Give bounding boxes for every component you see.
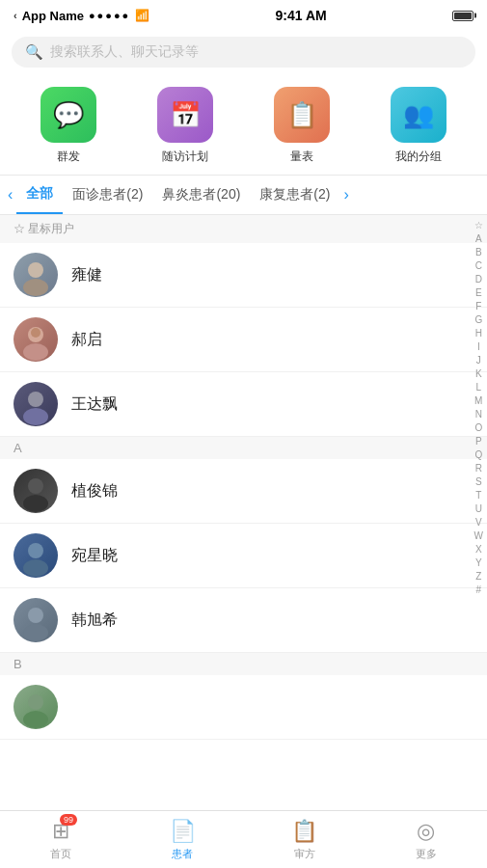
contact-wanxingxiao[interactable]: 宛星晓 — [0, 524, 487, 588]
alpha-letter[interactable]: E — [475, 286, 482, 300]
battery-icon — [452, 11, 473, 21]
more-tab-label: 更多 — [416, 847, 437, 861]
back-chevron: ‹ — [14, 10, 17, 21]
alpha-letter[interactable]: K — [475, 367, 482, 381]
more-tab-icon: ◎ — [417, 819, 435, 844]
contact-name-haoqi: 郝启 — [71, 330, 102, 350]
alpha-letter[interactable]: L — [475, 381, 481, 394]
alpha-letter[interactable]: W — [474, 529, 483, 543]
alpha-letter[interactable]: O — [474, 421, 482, 435]
svg-point-14 — [23, 711, 48, 728]
search-placeholder: 搜索联系人、聊天记录等 — [50, 43, 199, 61]
tab-bar-more[interactable]: ◎ 更多 — [365, 819, 487, 861]
signal-dots: ●●●●● — [89, 10, 130, 21]
avatar-zhijunjin — [14, 469, 58, 513]
mass-send-label: 群发 — [57, 149, 80, 165]
wifi-icon: 📶 — [135, 9, 149, 22]
starred-label: ☆ 星标用户 — [14, 221, 74, 237]
scale-icon: 📋 — [274, 87, 330, 143]
my-group-label: 我的分组 — [395, 149, 442, 165]
status-bar: ‹ App Name ●●●●● 📶 9:41 AM — [0, 0, 487, 29]
alpha-letter[interactable]: R — [475, 462, 482, 475]
action-followup[interactable]: 📅 随访计划 — [157, 87, 213, 165]
alpha-letter[interactable]: N — [475, 408, 482, 421]
alpha-letter[interactable]: S — [475, 475, 482, 489]
svg-point-1 — [23, 279, 48, 296]
alpha-letter[interactable]: H — [475, 327, 482, 340]
alpha-letter[interactable]: Y — [475, 556, 482, 570]
contact-name-hanxuxi: 韩旭希 — [71, 610, 118, 631]
alpha-letter[interactable]: I — [477, 340, 480, 354]
svg-point-7 — [28, 478, 43, 494]
avatar-wanxingxiao — [14, 533, 58, 578]
alpha-letter[interactable]: Q — [474, 448, 482, 462]
audit-tab-icon: 📋 — [291, 819, 317, 844]
scale-label: 量表 — [290, 149, 313, 165]
tab-left-chevron[interactable]: ‹ — [4, 186, 16, 203]
alpha-letter[interactable]: B — [475, 246, 482, 259]
alpha-letter[interactable]: P — [475, 435, 482, 448]
alpha-letter[interactable]: X — [475, 543, 482, 556]
contact-haoqi[interactable]: 郝启 — [0, 308, 487, 372]
contact-name-wangdapiao: 王达飘 — [71, 394, 118, 415]
svg-point-3 — [23, 343, 48, 361]
svg-point-12 — [23, 624, 48, 641]
contact-hanxuxi[interactable]: 韩旭希 — [0, 588, 487, 653]
tab-bar-home[interactable]: ⊞ 99 首页 — [0, 819, 122, 861]
patients-tab-label: 患者 — [172, 847, 193, 861]
tab-rhinitis-patients[interactable]: 鼻炎患者(20) — [152, 176, 250, 213]
contact-zhijunjin[interactable]: 植俊锦 — [0, 459, 487, 524]
avatar-haoqi — [14, 317, 58, 362]
tab-bar-audit[interactable]: 📋 审方 — [244, 819, 365, 861]
audit-tab-label: 审方 — [294, 847, 315, 861]
contact-list: ☆ 星标用户 雍健 郝启 — [0, 215, 487, 740]
alpha-letter[interactable]: U — [475, 502, 482, 516]
tab-face-patients[interactable]: 面诊患者(2) — [63, 176, 152, 213]
alpha-letter[interactable]: G — [474, 313, 482, 327]
alpha-letter[interactable]: V — [475, 516, 482, 529]
svg-point-11 — [28, 608, 43, 623]
alpha-letter[interactable]: T — [475, 489, 481, 502]
action-mass-send[interactable]: 💬 群发 — [41, 87, 96, 165]
svg-point-6 — [23, 408, 48, 425]
action-scale[interactable]: 📋 量表 — [274, 87, 330, 165]
alphabet-index[interactable]: ☆ABCDEFGHIJKLMNOPQRSTUVWXYZ# — [473, 215, 485, 601]
home-tab-label: 首页 — [50, 847, 71, 861]
search-icon: 🔍 — [25, 43, 43, 61]
svg-point-0 — [28, 262, 43, 278]
avatar-hanxuxi — [14, 598, 58, 642]
section-a-divider: A — [0, 437, 487, 459]
tab-bar-patients[interactable]: 📄 患者 — [122, 819, 243, 861]
starred-section-header: ☆ 星标用户 — [0, 215, 487, 243]
alpha-letter[interactable]: # — [475, 583, 481, 597]
alpha-letter[interactable]: Z — [475, 570, 481, 583]
home-badge: 99 — [60, 814, 77, 826]
home-tab-icon: ⊞ 99 — [52, 819, 69, 844]
avatar-wangdapiao — [14, 382, 58, 426]
svg-point-8 — [23, 495, 48, 512]
contact-name-zhijunjin: 植俊锦 — [71, 481, 118, 502]
followup-icon: 📅 — [157, 87, 213, 143]
search-bar[interactable]: 🔍 搜索联系人、聊天记录等 — [12, 37, 475, 68]
action-my-group[interactable]: 👥 我的分组 — [391, 87, 446, 165]
alpha-letter[interactable]: D — [475, 273, 482, 286]
alpha-letter[interactable]: M — [474, 394, 482, 408]
svg-point-4 — [31, 328, 41, 338]
patients-tab-icon: 📄 — [170, 819, 196, 844]
my-group-icon: 👥 — [391, 87, 446, 143]
contact-wangdapiao[interactable]: 王达飘 — [0, 372, 487, 437]
svg-point-13 — [28, 694, 43, 710]
tab-right-chevron[interactable]: › — [339, 186, 352, 203]
tab-all[interactable]: 全部 — [16, 176, 63, 214]
contact-name-yongjian: 雍健 — [71, 265, 102, 285]
alpha-letter[interactable]: ☆ — [474, 219, 483, 232]
alpha-letter[interactable]: A — [475, 232, 482, 246]
alpha-letter[interactable]: J — [476, 354, 481, 367]
tab-rehab-patients[interactable]: 康复患者(2) — [250, 176, 339, 213]
avatar-partial — [14, 685, 58, 729]
alpha-letter[interactable]: C — [475, 259, 482, 273]
alpha-letter[interactable]: F — [475, 300, 481, 313]
contact-partial[interactable] — [0, 675, 487, 740]
section-b-divider: B — [0, 653, 487, 675]
contact-yongjian[interactable]: 雍健 — [0, 243, 487, 308]
